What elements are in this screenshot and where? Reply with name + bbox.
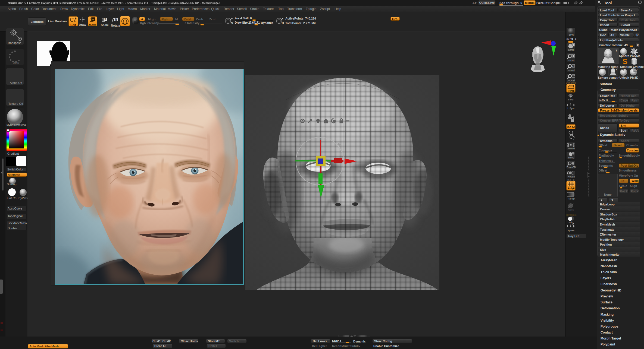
svg-text:D: D — [282, 21, 284, 25]
svg-text:z: z — [573, 138, 574, 141]
svg-text:S: S — [104, 18, 106, 21]
svg-text:R: R — [115, 18, 117, 21]
svg-text:S: S — [623, 57, 628, 66]
svg-text:M: M — [92, 18, 95, 21]
svg-text:S: S — [231, 21, 233, 25]
svg-text:x1: x1 — [572, 65, 574, 67]
